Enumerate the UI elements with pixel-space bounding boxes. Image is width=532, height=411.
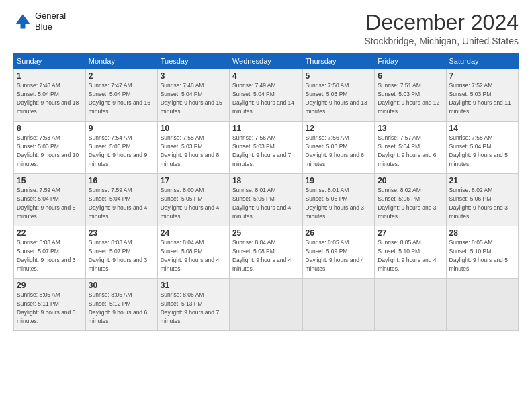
svg-rect-1 <box>21 24 26 28</box>
day-number: 4 <box>232 71 300 81</box>
table-row <box>302 279 375 331</box>
table-row: 17Sunrise: 8:00 AMSunset: 5:05 PMDayligh… <box>157 174 229 226</box>
day-info: Sunrise: 8:04 AMSunset: 5:08 PMDaylight:… <box>232 239 291 272</box>
day-number: 23 <box>89 228 154 238</box>
logo-general: General <box>35 11 66 21</box>
day-number: 26 <box>306 228 372 238</box>
header-thursday: Thursday <box>302 54 375 69</box>
header-tuesday: Tuesday <box>157 54 229 69</box>
header-saturday: Saturday <box>446 54 518 69</box>
day-number: 10 <box>161 124 226 133</box>
day-info: Sunrise: 7:47 AMSunset: 5:04 PMDaylight:… <box>89 82 150 115</box>
table-row: 8Sunrise: 7:53 AMSunset: 5:03 PMDaylight… <box>14 122 86 174</box>
day-info: Sunrise: 7:46 AMSunset: 5:04 PMDaylight:… <box>17 82 79 115</box>
title-block: December 2024 Stockbridge, Michigan, Uni… <box>364 11 519 46</box>
day-number: 8 <box>17 124 83 133</box>
calendar-row: 22Sunrise: 8:03 AMSunset: 5:07 PMDayligh… <box>14 226 519 279</box>
calendar-row: 29Sunrise: 8:05 AMSunset: 5:11 PMDayligh… <box>14 279 519 331</box>
calendar-table: Sunday Monday Tuesday Wednesday Thursday… <box>13 53 519 331</box>
svg-marker-0 <box>16 14 30 24</box>
day-info: Sunrise: 7:56 AMSunset: 5:03 PMDaylight:… <box>306 134 364 167</box>
table-row: 23Sunrise: 8:03 AMSunset: 5:07 PMDayligh… <box>85 226 157 279</box>
day-number: 3 <box>161 71 226 81</box>
table-row: 14Sunrise: 7:58 AMSunset: 5:04 PMDayligh… <box>446 122 518 174</box>
day-number: 17 <box>161 176 226 185</box>
day-number: 11 <box>232 124 300 133</box>
table-row: 31Sunrise: 8:06 AMSunset: 5:13 PMDayligh… <box>157 279 229 331</box>
table-row: 6Sunrise: 7:51 AMSunset: 5:03 PMDaylight… <box>375 69 446 122</box>
table-row: 9Sunrise: 7:54 AMSunset: 5:03 PMDaylight… <box>85 122 157 174</box>
header-wednesday: Wednesday <box>229 54 302 69</box>
day-info: Sunrise: 7:59 AMSunset: 5:04 PMDaylight:… <box>17 187 75 220</box>
day-number: 19 <box>306 176 372 185</box>
day-info: Sunrise: 7:59 AMSunset: 5:04 PMDaylight:… <box>89 187 147 220</box>
day-number: 24 <box>161 228 226 238</box>
day-number: 21 <box>449 176 515 185</box>
day-info: Sunrise: 8:04 AMSunset: 5:08 PMDaylight:… <box>161 239 219 272</box>
logo-icon <box>13 12 32 31</box>
table-row: 4Sunrise: 7:49 AMSunset: 5:04 PMDaylight… <box>229 69 302 122</box>
calendar-header-row: Sunday Monday Tuesday Wednesday Thursday… <box>14 54 519 69</box>
header-sunday: Sunday <box>14 54 86 69</box>
day-info: Sunrise: 8:05 AMSunset: 5:12 PMDaylight:… <box>89 291 147 324</box>
day-info: Sunrise: 8:05 AMSunset: 5:09 PMDaylight:… <box>306 239 364 272</box>
day-info: Sunrise: 7:49 AMSunset: 5:04 PMDaylight:… <box>232 82 294 115</box>
day-number: 31 <box>161 281 226 290</box>
calendar-row: 15Sunrise: 7:59 AMSunset: 5:04 PMDayligh… <box>14 174 519 226</box>
day-info: Sunrise: 7:57 AMSunset: 5:04 PMDaylight:… <box>378 134 436 167</box>
month-title: December 2024 <box>364 11 519 34</box>
table-row: 20Sunrise: 8:02 AMSunset: 5:06 PMDayligh… <box>375 174 446 226</box>
calendar-row: 1Sunrise: 7:46 AMSunset: 5:04 PMDaylight… <box>14 69 519 122</box>
day-number: 9 <box>89 124 154 133</box>
day-info: Sunrise: 7:56 AMSunset: 5:03 PMDaylight:… <box>232 134 291 167</box>
table-row: 2Sunrise: 7:47 AMSunset: 5:04 PMDaylight… <box>85 69 157 122</box>
day-number: 2 <box>89 71 154 81</box>
logo: General Blue <box>13 11 66 32</box>
table-row: 18Sunrise: 8:01 AMSunset: 5:05 PMDayligh… <box>229 174 302 226</box>
day-number: 5 <box>306 71 372 81</box>
day-number: 18 <box>232 176 300 185</box>
day-number: 30 <box>89 281 154 290</box>
header-monday: Monday <box>85 54 157 69</box>
day-info: Sunrise: 8:02 AMSunset: 5:06 PMDaylight:… <box>449 187 508 220</box>
day-number: 14 <box>449 124 515 133</box>
table-row: 26Sunrise: 8:05 AMSunset: 5:09 PMDayligh… <box>302 226 375 279</box>
table-row: 29Sunrise: 8:05 AMSunset: 5:11 PMDayligh… <box>14 279 86 331</box>
day-info: Sunrise: 8:01 AMSunset: 5:05 PMDaylight:… <box>232 187 291 220</box>
day-number: 1 <box>17 71 83 81</box>
table-row: 27Sunrise: 8:05 AMSunset: 5:10 PMDayligh… <box>375 226 446 279</box>
table-row: 16Sunrise: 7:59 AMSunset: 5:04 PMDayligh… <box>85 174 157 226</box>
table-row: 25Sunrise: 8:04 AMSunset: 5:08 PMDayligh… <box>229 226 302 279</box>
day-info: Sunrise: 7:58 AMSunset: 5:04 PMDaylight:… <box>449 134 508 167</box>
table-row: 24Sunrise: 8:04 AMSunset: 5:08 PMDayligh… <box>157 226 229 279</box>
day-number: 7 <box>449 71 515 81</box>
day-number: 25 <box>232 228 300 238</box>
day-info: Sunrise: 8:06 AMSunset: 5:13 PMDaylight:… <box>161 291 219 324</box>
day-info: Sunrise: 8:02 AMSunset: 5:06 PMDaylight:… <box>378 187 436 220</box>
logo-text: General Blue <box>35 11 66 32</box>
table-row: 13Sunrise: 7:57 AMSunset: 5:04 PMDayligh… <box>375 122 446 174</box>
table-row: 22Sunrise: 8:03 AMSunset: 5:07 PMDayligh… <box>14 226 86 279</box>
table-row <box>375 279 446 331</box>
table-row: 12Sunrise: 7:56 AMSunset: 5:03 PMDayligh… <box>302 122 375 174</box>
day-info: Sunrise: 7:55 AMSunset: 5:03 PMDaylight:… <box>161 134 219 167</box>
day-number: 27 <box>378 228 443 238</box>
table-row: 7Sunrise: 7:52 AMSunset: 5:03 PMDaylight… <box>446 69 518 122</box>
table-row: 21Sunrise: 8:02 AMSunset: 5:06 PMDayligh… <box>446 174 518 226</box>
day-info: Sunrise: 8:03 AMSunset: 5:07 PMDaylight:… <box>89 239 147 272</box>
day-info: Sunrise: 7:54 AMSunset: 5:03 PMDaylight:… <box>89 134 147 167</box>
table-row: 30Sunrise: 8:05 AMSunset: 5:12 PMDayligh… <box>85 279 157 331</box>
day-info: Sunrise: 7:50 AMSunset: 5:03 PMDaylight:… <box>306 82 367 115</box>
day-info: Sunrise: 7:51 AMSunset: 5:03 PMDaylight:… <box>378 82 439 115</box>
day-number: 13 <box>378 124 443 133</box>
day-number: 15 <box>17 176 83 185</box>
calendar-row: 8Sunrise: 7:53 AMSunset: 5:03 PMDaylight… <box>14 122 519 174</box>
day-info: Sunrise: 7:48 AMSunset: 5:04 PMDaylight:… <box>161 82 222 115</box>
day-number: 16 <box>89 176 154 185</box>
day-info: Sunrise: 8:05 AMSunset: 5:10 PMDaylight:… <box>378 239 436 272</box>
day-number: 28 <box>449 228 515 238</box>
table-row: 28Sunrise: 8:05 AMSunset: 5:10 PMDayligh… <box>446 226 518 279</box>
day-number: 6 <box>378 71 443 81</box>
table-row: 15Sunrise: 7:59 AMSunset: 5:04 PMDayligh… <box>14 174 86 226</box>
header: General Blue December 2024 Stockbridge, … <box>13 11 519 46</box>
